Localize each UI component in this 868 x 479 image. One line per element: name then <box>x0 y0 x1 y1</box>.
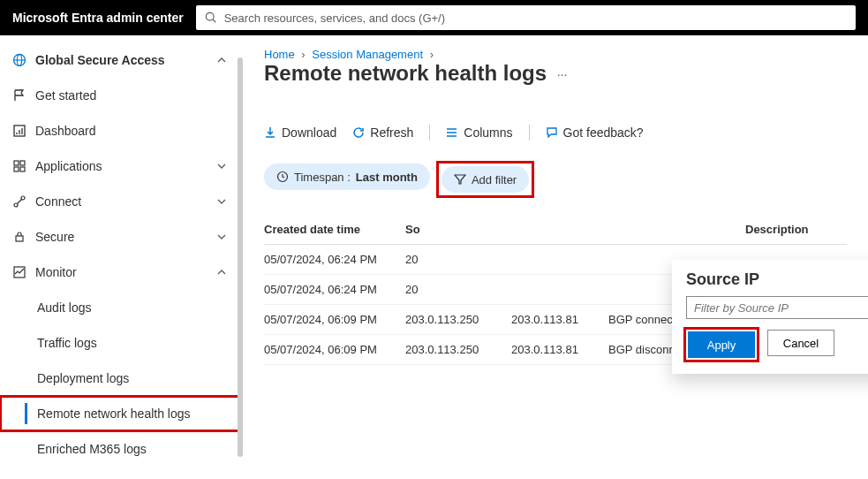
popover-title: Source IP <box>686 270 868 289</box>
divider <box>529 125 530 141</box>
col-header-src[interactable]: So <box>405 223 511 236</box>
svg-rect-17 <box>14 267 25 278</box>
svg-rect-9 <box>14 161 19 165</box>
refresh-button[interactable]: Refresh <box>352 125 413 140</box>
globe-icon <box>9 53 30 67</box>
apply-button[interactable]: Apply <box>688 331 755 358</box>
sidebar: Global Secure Access Get started Dashboa… <box>0 35 243 479</box>
connect-icon <box>9 194 30 209</box>
svg-point-14 <box>21 196 25 200</box>
download-button[interactable]: Download <box>264 125 336 140</box>
svg-point-0 <box>206 12 214 20</box>
divider <box>429 125 430 141</box>
columns-icon <box>446 126 458 139</box>
refresh-icon <box>352 126 365 139</box>
download-icon <box>264 126 276 139</box>
col-header-date[interactable]: Created date time <box>264 223 405 236</box>
brand: Microsoft Entra admin center <box>12 11 184 25</box>
flag-icon <box>9 88 30 103</box>
sidebar-item-dashboard[interactable]: Dashboard <box>0 113 243 148</box>
sidebar-subitem-deployment-logs[interactable]: Deployment logs <box>0 361 243 396</box>
chevron-up-icon <box>216 267 227 278</box>
feedback-icon <box>546 126 558 139</box>
columns-button[interactable]: Columns <box>446 125 512 140</box>
svg-line-1 <box>213 19 215 22</box>
apps-icon <box>9 159 30 173</box>
svg-rect-10 <box>20 161 25 165</box>
sidebar-subitem-traffic-logs[interactable]: Traffic logs <box>0 325 243 361</box>
sidebar-item-secure[interactable]: Secure <box>0 219 243 255</box>
svg-point-13 <box>14 203 18 207</box>
chevron-down-icon <box>216 161 227 171</box>
monitor-icon <box>9 265 30 279</box>
table-header-row: Created date time So Description <box>264 215 847 245</box>
sidebar-item-get-started[interactable]: Get started <box>0 78 243 113</box>
chevron-down-icon <box>216 232 227 242</box>
sidebar-item-connect[interactable]: Connect <box>0 184 243 219</box>
crumb-session[interactable]: Session Management <box>312 48 423 61</box>
search-placeholder: Search resources, services, and docs (G+… <box>224 11 445 25</box>
sidebar-subitem-remote-network-health-logs[interactable]: Remote network health logs <box>0 396 243 431</box>
chevron-down-icon <box>216 196 227 207</box>
sidebar-item-monitor[interactable]: Monitor <box>0 255 243 290</box>
col-header-desc[interactable]: Description <box>745 223 847 236</box>
svg-rect-16 <box>16 236 23 241</box>
global-search[interactable]: Search resources, services, and docs (G+… <box>196 5 856 30</box>
sidebar-item-applications[interactable]: Applications <box>0 148 243 184</box>
more-menu-icon[interactable]: ··· <box>557 67 568 81</box>
svg-marker-22 <box>455 175 465 184</box>
sidebar-subitem-audit-logs[interactable]: Audit logs <box>0 290 243 325</box>
svg-rect-12 <box>20 167 25 171</box>
top-bar: Microsoft Entra admin center Search reso… <box>0 0 868 35</box>
command-bar: Download Refresh Columns Got feedback? <box>264 125 847 141</box>
lock-icon <box>9 230 30 244</box>
add-filter-button[interactable]: Add filter <box>442 166 529 193</box>
search-icon <box>205 11 217 24</box>
breadcrumb: Home › Session Management › <box>264 48 847 61</box>
filter-timespan[interactable]: Timespan : Last month <box>264 163 430 190</box>
svg-line-15 <box>18 200 22 204</box>
page-title: Remote network health logs <box>264 61 547 85</box>
cancel-button[interactable]: Cancel <box>767 330 834 356</box>
sidebar-group-gsa[interactable]: Global Secure Access <box>0 42 243 78</box>
crumb-home[interactable]: Home <box>264 48 295 61</box>
dashboard-icon <box>9 124 30 138</box>
svg-rect-11 <box>14 167 19 171</box>
filter-icon <box>454 173 466 186</box>
clock-icon <box>276 171 289 183</box>
sidebar-subitem-enriched-m365-logs[interactable]: Enriched M365 logs <box>0 431 243 467</box>
main-content: Home › Session Management › Remote netwo… <box>243 35 868 479</box>
source-ip-filter-popover: Source IP Apply Cancel <box>672 260 868 374</box>
source-ip-input[interactable] <box>686 296 868 319</box>
feedback-button[interactable]: Got feedback? <box>546 125 644 140</box>
chevron-up-icon <box>216 55 227 65</box>
